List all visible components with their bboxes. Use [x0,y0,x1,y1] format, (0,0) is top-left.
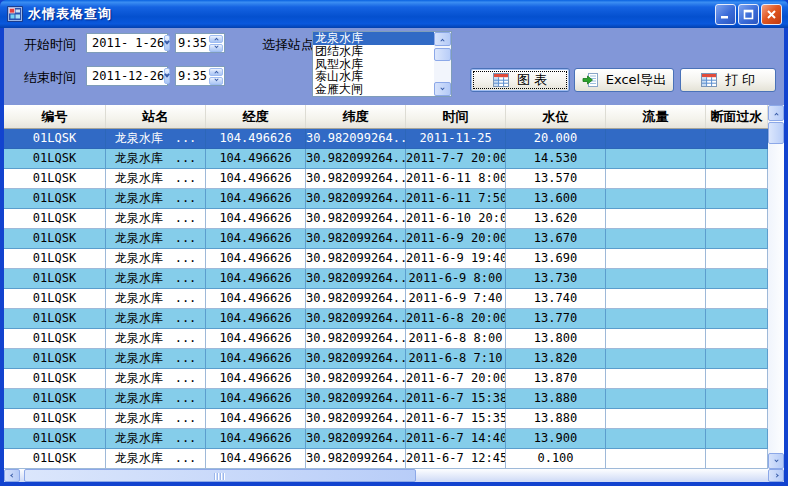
cell-water-level[interactable]: 13.770 [506,309,606,329]
cell-flow[interactable] [606,369,706,389]
cell-time[interactable]: 2011-6-9 7:40 [406,289,506,309]
cell-water-level[interactable]: 0.100 [506,449,606,469]
cell-flow[interactable] [606,349,706,369]
cell-station[interactable]: 龙泉水库 ... [106,409,206,429]
cell-id[interactable]: 01LQSK [4,189,106,209]
cell-station[interactable]: 龙泉水库 ... [106,369,206,389]
cell-longitude[interactable]: 104.496626 [206,229,306,249]
cell-id[interactable]: 01LQSK [4,229,106,249]
column-header[interactable]: 断面过水 [706,105,768,128]
cell-water-level[interactable]: 13.880 [506,389,606,409]
cell-water-level[interactable]: 13.670 [506,229,606,249]
table-row[interactable]: 01LQSK 龙泉水库 ... 104.496626 30.982099264.… [4,129,768,149]
chart-button[interactable]: 图 表 [470,68,570,92]
station-option[interactable]: 团结水库 [313,45,434,58]
cell-latitude[interactable]: 30.982099264... [306,389,406,409]
cell-station[interactable]: 龙泉水库 ... [106,349,206,369]
end-time-down-icon[interactable] [209,77,223,85]
cell-longitude[interactable]: 104.496626 [206,389,306,409]
cell-water-level[interactable]: 13.740 [506,289,606,309]
station-option[interactable]: 龙泉水库 [313,32,434,45]
cell-longitude[interactable]: 104.496626 [206,149,306,169]
cell-station[interactable]: 龙泉水库 ... [106,389,206,409]
start-date-picker[interactable]: 2011- 1-26 [86,33,168,53]
table-row[interactable]: 01LQSK 龙泉水库 ... 104.496626 30.982099264.… [4,289,768,309]
station-option[interactable]: 凤型水库 [313,58,434,71]
cell-id[interactable]: 01LQSK [4,209,106,229]
cell-section-area[interactable] [706,189,768,209]
cell-time[interactable]: 2011-6-9 20:00 [406,229,506,249]
cell-station[interactable]: 龙泉水库 ... [106,429,206,449]
cell-station[interactable]: 龙泉水库 ... [106,269,206,289]
end-date-picker[interactable]: 2011-12-26 [86,66,168,86]
column-header[interactable]: 站名 [106,105,206,128]
cell-station[interactable]: 龙泉水库 ... [106,329,206,349]
cell-station[interactable]: 龙泉水库 ... [106,249,206,269]
cell-latitude[interactable]: 30.982099264... [306,209,406,229]
cell-longitude[interactable]: 104.496626 [206,189,306,209]
cell-time[interactable]: 2011-6-11 8:00 [406,169,506,189]
table-row[interactable]: 01LQSK 龙泉水库 ... 104.496626 30.982099264.… [4,369,768,389]
cell-id[interactable]: 01LQSK [4,169,106,189]
cell-latitude[interactable]: 30.982099264... [306,349,406,369]
cell-id[interactable]: 01LQSK [4,149,106,169]
cell-time[interactable]: 2011-6-9 8:00 [406,269,506,289]
table-row[interactable]: 01LQSK 龙泉水库 ... 104.496626 30.982099264.… [4,169,768,189]
cell-station[interactable]: 龙泉水库 ... [106,149,206,169]
scroll-left-icon[interactable] [4,469,20,482]
cell-latitude[interactable]: 30.982099264... [306,369,406,389]
start-date-dropdown-icon[interactable] [164,35,170,51]
cell-latitude[interactable]: 30.982099264... [306,169,406,189]
cell-longitude[interactable]: 104.496626 [206,169,306,189]
cell-id[interactable]: 01LQSK [4,349,106,369]
cell-id[interactable]: 01LQSK [4,389,106,409]
station-list-scrollbar[interactable] [434,32,451,96]
table-row[interactable]: 01LQSK 龙泉水库 ... 104.496626 30.982099264.… [4,329,768,349]
grid-horizontal-scrollbar[interactable] [4,469,784,482]
cell-section-area[interactable] [706,449,768,469]
column-header[interactable]: 流量 [606,105,706,128]
table-row[interactable]: 01LQSK 龙泉水库 ... 104.496626 30.982099264.… [4,209,768,229]
table-row[interactable]: 01LQSK 龙泉水库 ... 104.496626 30.982099264.… [4,429,768,449]
table-row[interactable]: 01LQSK 龙泉水库 ... 104.496626 30.982099264.… [4,389,768,409]
cell-latitude[interactable]: 30.982099264... [306,249,406,269]
column-header[interactable]: 纬度 [306,105,406,128]
cell-longitude[interactable]: 104.496626 [206,329,306,349]
cell-time[interactable]: 2011-6-8 8:00 [406,329,506,349]
cell-station[interactable]: 龙泉水库 ... [106,289,206,309]
station-option[interactable]: 金雁大闸 [313,83,434,96]
cell-section-area[interactable] [706,289,768,309]
cell-section-area[interactable] [706,389,768,409]
cell-time[interactable]: 2011-6-8 20:00 [406,309,506,329]
cell-time[interactable]: 2011-11-25 [406,129,506,149]
cell-latitude[interactable]: 30.982099264... [306,229,406,249]
cell-water-level[interactable]: 13.730 [506,269,606,289]
cell-time[interactable]: 2011-6-8 7:10 [406,349,506,369]
cell-time[interactable]: 2011-6-7 14:40 [406,429,506,449]
column-header[interactable]: 时间 [406,105,506,128]
cell-longitude[interactable]: 104.496626 [206,449,306,469]
cell-id[interactable]: 01LQSK [4,409,106,429]
cell-latitude[interactable]: 30.982099264... [306,409,406,429]
scroll-thumb[interactable] [434,48,451,61]
start-time-spinner[interactable]: 9:35 [175,33,225,53]
table-row[interactable]: 01LQSK 龙泉水库 ... 104.496626 30.982099264.… [4,229,768,249]
cell-longitude[interactable]: 104.496626 [206,349,306,369]
cell-id[interactable]: 01LQSK [4,129,106,149]
minimize-button[interactable] [715,4,736,25]
scroll-up-icon[interactable] [768,105,784,121]
cell-time[interactable]: 2011-7-7 20:00 [406,149,506,169]
cell-latitude[interactable]: 30.982099264... [306,189,406,209]
cell-water-level[interactable]: 13.820 [506,349,606,369]
start-time-up-icon[interactable] [209,35,223,43]
cell-section-area[interactable] [706,409,768,429]
start-time-down-icon[interactable] [209,44,223,52]
cell-section-area[interactable] [706,309,768,329]
cell-latitude[interactable]: 30.982099264... [306,329,406,349]
scroll-down-icon[interactable] [434,82,451,96]
cell-section-area[interactable] [706,149,768,169]
cell-id[interactable]: 01LQSK [4,449,106,469]
cell-section-area[interactable] [706,209,768,229]
scroll-right-icon[interactable] [768,469,784,482]
cell-latitude[interactable]: 30.982099264... [306,289,406,309]
